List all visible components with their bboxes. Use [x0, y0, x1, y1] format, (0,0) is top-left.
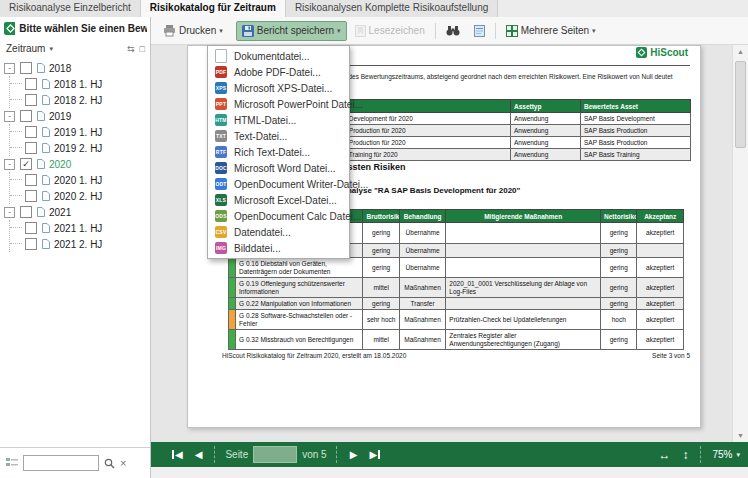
- tree-item-label[interactable]: 2021 2. HJ: [54, 239, 102, 250]
- menu-item-html-datei[interactable]: HTMHTML-Datei...: [208, 112, 349, 128]
- tab-risikoanalysen-komplette-risikoaufstellung[interactable]: Risikoanalysen Komplette Risikoaufstellu…: [286, 0, 498, 17]
- next-page-button[interactable]: ▶: [350, 449, 358, 460]
- tree-node-2018-2-hj: 2018 2. HJ: [10, 92, 150, 108]
- table-cell: Transfer: [399, 298, 446, 310]
- tree-view-icon[interactable]: [6, 457, 18, 469]
- tree-expander-icon[interactable]: -: [4, 159, 15, 170]
- tree-children: 2021 1. HJ2021 2. HJ: [9, 220, 150, 252]
- tree-item-label[interactable]: 2019: [49, 111, 71, 122]
- data-file-icon: CSV: [215, 226, 227, 238]
- vertical-scrollbar[interactable]: ▲ ▼: [732, 45, 748, 442]
- multiple-pages-icon: [506, 25, 518, 37]
- menu-item-dokumentdatei[interactable]: Dokumentdatei...: [208, 48, 349, 64]
- print-label: Drucken: [179, 25, 216, 36]
- menu-item-microsoft-excel-datei[interactable]: XLSMicrosoft Excel-Datei...: [208, 192, 349, 208]
- clear-search-icon[interactable]: ×: [120, 457, 126, 469]
- risk-indicator: [229, 278, 236, 298]
- fit-width-button[interactable]: ↔: [658, 448, 670, 462]
- menu-item-opendocument-writer-datei[interactable]: ODTOpenDocument Writer-Datei...: [208, 176, 349, 192]
- document-icon: [42, 175, 50, 185]
- tree-item-label[interactable]: 2019 1. HJ: [54, 127, 102, 138]
- tree-checkbox[interactable]: [25, 222, 37, 234]
- tree-checkbox[interactable]: [25, 126, 37, 138]
- save-report-button[interactable]: Bericht speichern ▾: [236, 21, 347, 41]
- refresh-tree-icon[interactable]: ⇆: [127, 44, 135, 54]
- scroll-down-icon[interactable]: ▼: [733, 432, 748, 439]
- tree-item-label[interactable]: 2018: [49, 63, 71, 74]
- report-logo-text: HiScout: [650, 47, 688, 58]
- tree-node-2021-2-hj: 2021 2. HJ: [10, 236, 150, 252]
- tree-item-label[interactable]: 2020 1. HJ: [54, 175, 102, 186]
- pager-separator: [336, 446, 338, 463]
- tree-children: 2018 1. HJ2018 2. HJ: [9, 76, 150, 108]
- menu-item-bilddatei[interactable]: IMGBilddatei...: [208, 240, 349, 256]
- bookmark-icon: [355, 25, 366, 37]
- tree-item-label[interactable]: 2018 2. HJ: [54, 95, 102, 106]
- page-preview-button[interactable]: [468, 21, 491, 41]
- zoom-value: 75%: [712, 449, 732, 460]
- tree-checkbox[interactable]: [20, 206, 32, 218]
- sidebar-header: Bitte wählen Sie einen Bewer...: [0, 17, 150, 39]
- tree-checkbox[interactable]: [25, 174, 37, 186]
- menu-item-microsoft-xps-datei[interactable]: XPSMicrosoft XPS-Datei...: [208, 80, 349, 96]
- tree-checkbox[interactable]: [25, 142, 37, 154]
- print-button[interactable]: Drucken ▾: [157, 21, 229, 41]
- tree-checkbox[interactable]: [25, 78, 37, 90]
- menu-item-label: Microsoft PowerPoint Datei...: [234, 99, 363, 110]
- tab-risikoanalyse-einzelbericht[interactable]: Risikoanalyse Einzelbericht: [0, 0, 141, 17]
- sidebar-search-input[interactable]: [23, 455, 99, 471]
- menu-item-text-datei[interactable]: TXTText-Datei...: [208, 128, 349, 144]
- tree-item-label[interactable]: 2019 2. HJ: [54, 143, 102, 154]
- table-cell: [446, 258, 601, 278]
- last-page-button[interactable]: ▶: [369, 449, 381, 460]
- sidebar-search-bar: ×: [0, 447, 150, 478]
- tree-checkbox[interactable]: [20, 110, 32, 122]
- detach-panel-icon[interactable]: □: [140, 44, 145, 54]
- tree-checkbox[interactable]: [25, 238, 37, 250]
- menu-item-label: Text-Datei...: [234, 131, 287, 142]
- menu-item-microsoft-word-datei[interactable]: DOCMicrosoft Word Datei...: [208, 160, 349, 176]
- tree-item-label[interactable]: 2021 1. HJ: [54, 223, 102, 234]
- page-number-input[interactable]: [253, 446, 297, 463]
- menu-item-datendatei[interactable]: CSVDatendatei...: [208, 224, 349, 240]
- filter-dropdown-caret-icon[interactable]: ▾: [49, 45, 53, 52]
- tree-item-label[interactable]: 2018 1. HJ: [54, 79, 102, 90]
- tree-checkbox[interactable]: ✓: [20, 158, 32, 170]
- tree-expander-icon[interactable]: -: [4, 63, 15, 74]
- sidebar: Bitte wählen Sie einen Bewer... Zeitraum…: [0, 17, 151, 478]
- app-window: Risikoanalyse EinzelberichtRisikokatalog…: [0, 0, 748, 478]
- search-icon[interactable]: [104, 458, 115, 469]
- previous-page-button[interactable]: ◀: [195, 449, 203, 460]
- tree-filter-label[interactable]: Zeitraum: [6, 43, 45, 54]
- printer-icon: [163, 25, 176, 37]
- tree-checkbox[interactable]: [25, 190, 37, 202]
- tab-risikokatalog-f-r-zeitraum[interactable]: Risikokatalog für Zeitraum: [141, 0, 286, 17]
- tree-item-label[interactable]: 2020 2. HJ: [54, 191, 102, 202]
- menu-item-adobe-pdf-datei[interactable]: PDFAdobe PDF-Datei...: [208, 64, 349, 80]
- menu-item-opendocument-calc-datei[interactable]: ODSOpenDocument Calc Datei...: [208, 208, 349, 224]
- zoom-select[interactable]: 75% ▾: [712, 449, 740, 460]
- tree-item-label[interactable]: 2021: [49, 207, 71, 218]
- tree-checkbox[interactable]: [25, 94, 37, 106]
- multiple-pages-button[interactable]: Mehrere Seiten ▾: [500, 21, 602, 41]
- scroll-up-icon[interactable]: ▲: [733, 48, 748, 55]
- report-toolbar: Drucken ▾ Bericht speichern ▾ Lesezeiche…: [151, 17, 748, 45]
- first-page-button[interactable]: ◀: [171, 449, 183, 460]
- tree-node-2019-1-hj: 2019 1. HJ: [10, 124, 150, 140]
- tree-checkbox[interactable]: [20, 62, 32, 74]
- tree-filter-row: Zeitraum ▾ ⇆ □: [0, 39, 150, 57]
- column-header: Mitigierende Maßnahmen: [446, 210, 601, 223]
- table-cell: mittel: [363, 278, 399, 298]
- menu-item-rich-text-datei[interactable]: RTFRich Text-Datei...: [208, 144, 349, 160]
- menu-item-label: Microsoft Word Datei...: [234, 163, 336, 174]
- find-button[interactable]: [440, 21, 466, 40]
- fit-height-button[interactable]: ↕: [682, 448, 688, 462]
- menu-item-microsoft-powerpoint-datei[interactable]: PPTMicrosoft PowerPoint Datei...: [208, 96, 349, 112]
- tree-expander-icon[interactable]: -: [4, 111, 15, 122]
- multipage-dropdown-caret-icon: ▾: [592, 27, 596, 34]
- tree-item-label[interactable]: 2020: [49, 159, 71, 170]
- table-cell: SAP Basis Training: [581, 149, 691, 161]
- document-icon: [42, 127, 50, 137]
- tree-expander-icon[interactable]: -: [4, 207, 15, 218]
- scrollbar-thumb[interactable]: [735, 61, 746, 148]
